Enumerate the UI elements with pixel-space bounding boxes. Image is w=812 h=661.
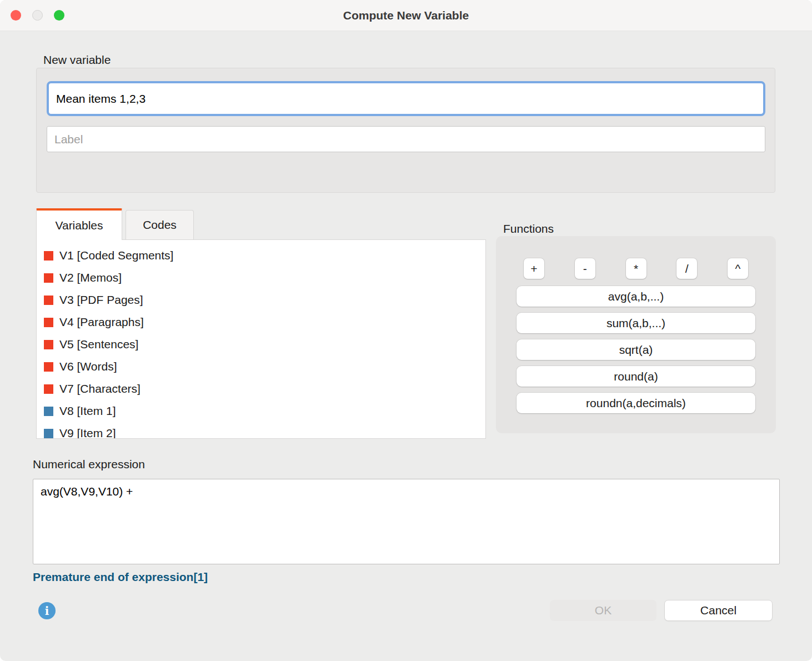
list-item[interactable]: V7 [Characters]	[44, 378, 485, 400]
list-item[interactable]: V4 [Paragraphs]	[44, 311, 485, 333]
list-item[interactable]: V9 [Item 2]	[44, 422, 485, 439]
tab-variables-label: Variables	[56, 219, 103, 232]
list-item[interactable]: V8 [Item 1]	[44, 400, 485, 422]
window-title: Compute New Variable	[343, 9, 469, 22]
minimize-button[interactable]	[32, 10, 43, 21]
variable-label: V6 [Words]	[59, 360, 117, 373]
functions-panel: + - * / ^ avg(a,b,...) sum(a,b,...) sqrt…	[496, 236, 776, 433]
variable-label: V1 [Coded Segments]	[59, 249, 173, 262]
variable-label: V4 [Paragraphs]	[59, 316, 144, 329]
expression-textarea[interactable]: avg(V8,V9,V10) +	[33, 479, 780, 564]
variable-color-icon	[44, 362, 53, 372]
operator-button[interactable]: +	[524, 258, 544, 279]
dialog-window: Compute New Variable New variable Variab…	[0, 0, 812, 661]
variable-color-icon	[44, 340, 53, 349]
variables-list: V1 [Coded Segments] V2 [Memos] V3 [PDF P…	[36, 239, 486, 439]
title-bar: Compute New Variable	[0, 0, 812, 31]
function-button-list: avg(a,b,...) sum(a,b,...) sqrt(a) round(…	[517, 286, 755, 413]
operator-button[interactable]: /	[676, 258, 697, 279]
variable-color-icon	[44, 273, 53, 283]
cancel-button[interactable]: Cancel	[664, 600, 773, 621]
function-button[interactable]: avg(a,b,...)	[517, 286, 755, 307]
function-button[interactable]: roundn(a,decimals)	[517, 393, 755, 413]
function-button[interactable]: sqrt(a)	[517, 339, 755, 360]
list-item[interactable]: V2 [Memos]	[44, 267, 485, 289]
list-item[interactable]: V3 [PDF Pages]	[44, 289, 485, 311]
variable-color-icon	[44, 407, 53, 416]
operator-button[interactable]: -	[575, 258, 595, 279]
variable-color-icon	[44, 318, 53, 327]
function-button[interactable]: sum(a,b,...)	[517, 313, 755, 333]
new-variable-section-label: New variable	[43, 53, 111, 67]
zoom-button[interactable]	[54, 10, 64, 21]
variable-label: V2 [Memos]	[59, 271, 122, 284]
list-item[interactable]: V1 [Coded Segments]	[44, 244, 485, 267]
variable-label: V7 [Characters]	[59, 382, 141, 395]
operator-button[interactable]: ^	[728, 258, 748, 279]
operator-row: + - * / ^	[517, 258, 755, 279]
variable-color-icon	[44, 429, 53, 438]
numerical-expression-label: Numerical expression	[33, 458, 145, 471]
variable-label: V3 [PDF Pages]	[59, 293, 143, 307]
list-item[interactable]: V6 [Words]	[44, 355, 485, 378]
variable-label: V5 [Sentences]	[59, 338, 138, 351]
operator-button[interactable]: *	[626, 258, 646, 279]
variable-label: V9 [Item 2]	[59, 427, 116, 439]
window-controls	[11, 10, 64, 21]
close-button[interactable]	[11, 10, 21, 21]
variable-name-input[interactable]	[47, 81, 765, 116]
ok-button[interactable]: OK	[550, 600, 656, 621]
tab-codes-label: Codes	[143, 218, 177, 232]
variable-color-icon	[44, 251, 53, 261]
tab-variables[interactable]: Variables	[36, 208, 122, 240]
list-item[interactable]: V5 [Sentences]	[44, 333, 485, 355]
error-message: Premature end of expression[1]	[33, 570, 208, 584]
function-button[interactable]: round(a)	[517, 366, 755, 387]
functions-section-label: Functions	[503, 222, 554, 236]
variable-color-icon	[44, 296, 53, 305]
variable-color-icon	[44, 384, 53, 394]
info-icon[interactable]: i	[38, 602, 56, 619]
variable-label-input[interactable]	[47, 126, 765, 152]
tab-codes[interactable]: Codes	[126, 210, 194, 239]
variable-label: V8 [Item 1]	[59, 404, 116, 418]
